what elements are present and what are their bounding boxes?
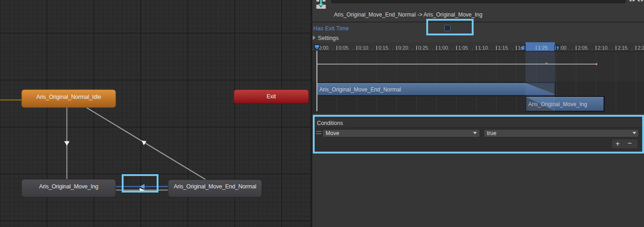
svg-text:Aris_Original_Normal_Idle: Aris_Original_Normal_Idle <box>36 94 101 100</box>
svg-text:2:10: 2:10 <box>598 45 607 51</box>
svg-text:1:15: 1:15 <box>498 45 508 51</box>
svg-text:0:05: 0:05 <box>339 45 348 51</box>
svg-text:0:20: 0:20 <box>398 45 408 51</box>
svg-text:Aris_Original_Move_End_Normal: Aris_Original_Move_End_Normal <box>174 183 256 190</box>
svg-text:0:25: 0:25 <box>418 45 428 51</box>
svg-text:2:2: 2:2 <box>638 45 644 51</box>
svg-text:0:10: 0:10 <box>358 45 368 51</box>
svg-text:Aris_Original_Move_End_Normal: Aris_Original_Move_End_Normal <box>319 86 401 93</box>
svg-text:0:00: 0:00 <box>319 45 328 51</box>
svg-text:1:00: 1:00 <box>438 45 448 51</box>
svg-text:Aris_Original_Move_Ing: Aris_Original_Move_Ing <box>39 183 98 190</box>
svg-text:1:25: 1:25 <box>538 45 548 51</box>
svg-text:Exit: Exit <box>266 93 276 100</box>
svg-text:2:05: 2:05 <box>578 45 588 51</box>
svg-text:0:15: 0:15 <box>378 45 388 51</box>
svg-text:1:05: 1:05 <box>458 45 468 51</box>
svg-text:1:10: 1:10 <box>478 45 488 51</box>
svg-text:2:15: 2:15 <box>618 45 627 51</box>
